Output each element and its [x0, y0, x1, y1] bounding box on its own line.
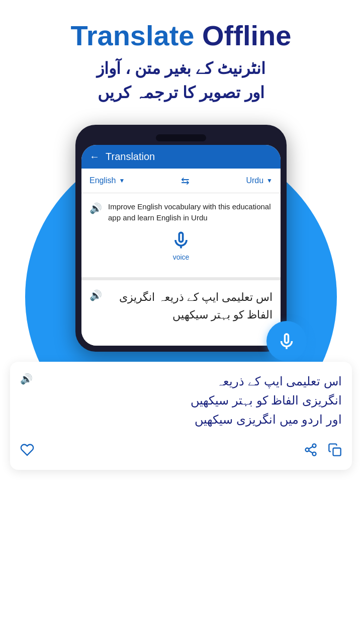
subtitle-urdu: انٹرنیٹ کے بغیر متن ، آواز اور تصویر کا … [10, 56, 352, 105]
bottom-urdu-line2: انگریزی الفاظ کو بہتر سیکھیں [41, 391, 342, 410]
right-action-icons [304, 443, 342, 460]
app-title-header: Translate Offline [10, 20, 352, 51]
subtitle-line1: انٹرنیٹ کے بغیر متن ، آواز [10, 56, 352, 80]
title-offline: Offline [202, 20, 291, 51]
target-language-label: Urdu [246, 176, 263, 185]
target-language-selector[interactable]: Urdu ▼ [246, 176, 273, 185]
favorite-button[interactable] [20, 443, 34, 460]
svg-line-3 [309, 451, 313, 453]
back-arrow-icon[interactable]: ← [89, 151, 100, 163]
source-language-selector[interactable]: English ▼ [89, 176, 125, 185]
notch-bar [156, 134, 206, 141]
phone-mockup: ← Translation English ▼ ⇆ Urdu ▼ 🔊 [75, 125, 287, 352]
source-dropdown-icon: ▼ [119, 177, 125, 184]
language-selector-bar: English ▼ ⇆ Urdu ▼ [81, 169, 281, 193]
app-header-bar: ← Translation [81, 145, 281, 169]
voice-mic-icon[interactable] [170, 229, 192, 251]
bottom-urdu-line3: اور اردو میں انگریزی سیکھیں [41, 410, 342, 429]
bottom-translation-card: 🔊 اس تعلیمی ایپ کے ذریعہ انگریزی الفاظ ک… [10, 362, 352, 470]
voice-section: voice [89, 224, 273, 269]
bottom-speaker-icon[interactable]: 🔊 [20, 373, 33, 385]
floating-mic-button[interactable] [266, 321, 307, 361]
svg-point-2 [313, 452, 316, 455]
source-language-label: English [89, 176, 116, 185]
bottom-urdu-text: اس تعلیمی ایپ کے ذریعہ انگریزی الفاظ کو … [41, 372, 342, 430]
subtitle-line2: اور تصویر کا ترجمہ کریں [10, 80, 352, 105]
input-text-content[interactable]: Improve English vocabulary with this edu… [108, 201, 273, 224]
bottom-urdu-line1: اس تعلیمی ایپ کے ذریعہ [41, 372, 342, 391]
app-screen-title: Translation [106, 151, 155, 163]
svg-line-4 [309, 446, 313, 449]
svg-point-0 [313, 444, 316, 447]
copy-button[interactable] [328, 443, 342, 460]
share-button[interactable] [304, 443, 318, 460]
output-content-row: 🔊 اس تعلیمی ایپ کے ذریعہ انگریزی الفاظ ک… [89, 288, 273, 324]
input-speaker-icon[interactable]: 🔊 [89, 202, 102, 214]
target-dropdown-icon: ▼ [266, 177, 273, 184]
phone-container: ← Translation English ▼ ⇆ Urdu ▼ 🔊 [0, 125, 362, 352]
floating-mic-icon [276, 331, 297, 352]
svg-rect-5 [333, 448, 341, 455]
input-content-row: 🔊 Improve English vocabulary with this e… [89, 201, 273, 224]
svg-point-1 [306, 448, 309, 451]
swap-languages-icon[interactable]: ⇆ [181, 175, 190, 187]
output-urdu-text: اس تعلیمی ایپ کے ذریعہ انگریزی الفاظ کو … [108, 288, 273, 324]
input-text-section: 🔊 Improve English vocabulary with this e… [81, 193, 281, 277]
output-speaker-icon[interactable]: 🔊 [89, 289, 102, 301]
voice-label: voice [173, 253, 190, 261]
phone-screen: ← Translation English ▼ ⇆ Urdu ▼ 🔊 [81, 145, 281, 346]
bottom-card-wrapper: 🔊 اس تعلیمی ایپ کے ذریعہ انگریزی الفاظ ک… [0, 362, 362, 470]
phone-notch [81, 131, 281, 145]
title-translate: Translate [71, 20, 195, 51]
header-section: Translate Offline انٹرنیٹ کے بغیر متن ، … [0, 0, 362, 115]
bottom-action-bar [20, 438, 342, 460]
output-text-section: 🔊 اس تعلیمی ایپ کے ذریعہ انگریزی الفاظ ک… [81, 280, 281, 346]
bottom-card-content-row: 🔊 اس تعلیمی ایپ کے ذریعہ انگریزی الفاظ ک… [20, 372, 342, 430]
